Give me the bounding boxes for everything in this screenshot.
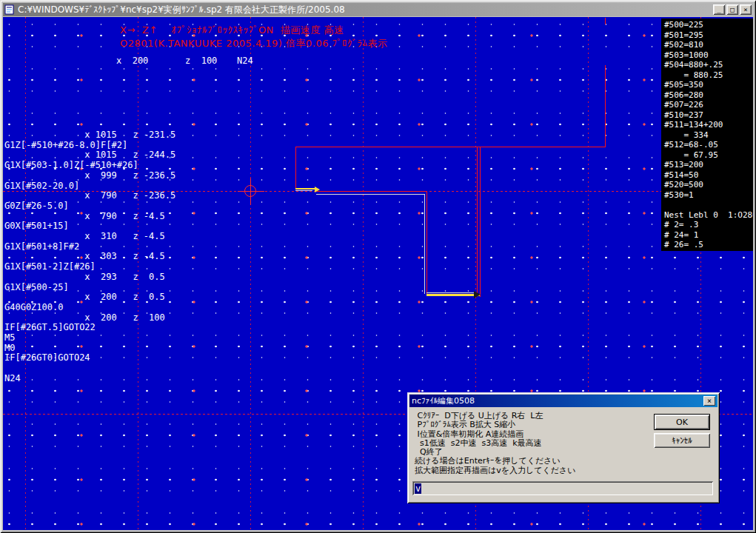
close-icon: × (707, 398, 712, 405)
maximize-button[interactable]: □ (726, 4, 738, 15)
dialog-help-text: Cｸﾘｱｰ D下げる U上げる R右 L左 Pﾌﾟﾛｸﾞﾗﾑ表示 B拡大 S縮小… (415, 412, 576, 475)
selected-text: v (415, 483, 421, 494)
maximize-icon: □ (730, 7, 734, 13)
ok-button[interactable]: OK (654, 414, 710, 430)
grid-vline (363, 17, 364, 530)
toolpath-segment (480, 147, 481, 297)
toolpath-segment (605, 18, 606, 24)
gcode-listing: x 1015 z -231.5 G1Z[-#510+#26-8.0]F[#2] … (4, 130, 175, 384)
readout-block: N24 (237, 56, 253, 66)
dialog-close-button[interactable]: × (703, 396, 715, 406)
window-title: C:¥WINDOWS¥ﾃﾞｽｸﾄｯﾌﾟ¥nc¥sp2¥実例ｻﾝﾌﾟﾙ.sp2 有… (18, 4, 712, 16)
app-icon (4, 4, 15, 15)
minimize-button[interactable]: _ (713, 4, 725, 15)
close-button[interactable]: × (740, 4, 752, 15)
variables-panel: #500=225 #501=295 #502=810 #503=1000 #50… (661, 19, 753, 251)
drawing-canvas[interactable]: X→ Z↑ ｵﾌﾟｼｮﾅﾙﾌﾞﾛｯｸｽｷｯﾌﾟON 描画速度 高速 O2801(… (3, 17, 753, 530)
status-line-program: O2801(K.TANKUUKE 2005.4.19) 倍率0.06 ﾌﾟﾛｸﾞ… (120, 37, 388, 50)
toolpath-segment (426, 191, 427, 294)
tool-marker (295, 190, 312, 191)
toolpath-segment (295, 147, 296, 190)
toolpath-segment (426, 292, 477, 293)
origin-crosshair-icon (244, 185, 256, 197)
tool-arrow-icon (474, 291, 481, 298)
toolpath-segment (477, 147, 478, 297)
minimize-icon: _ (717, 7, 720, 13)
title-bar[interactable]: C:¥WINDOWS¥ﾃﾞｽｸﾄｯﾌﾟ¥nc¥sp2¥実例ｻﾝﾌﾟﾙ.sp2 有… (3, 3, 753, 16)
grid-vline (250, 17, 251, 530)
close-icon: × (743, 7, 747, 13)
dialog-title: ncﾌｧｲﾙ編集0508 (412, 395, 703, 406)
tool-marker (295, 188, 315, 190)
toolpath-segment (424, 194, 425, 294)
toolpath-segment (316, 191, 427, 192)
dialog-title-bar[interactable]: ncﾌｧｲﾙ編集0508 × (409, 395, 717, 407)
nc-edit-dialog: ncﾌｧｲﾙ編集0508 × Cｸﾘｱｰ D下げる U上げる R右 L左 Pﾌﾟ… (407, 392, 720, 503)
command-input[interactable]: v (412, 481, 713, 495)
readout-x: x 200 (116, 56, 148, 66)
status-line-axes: X→ Z↑ ｵﾌﾟｼｮﾅﾙﾌﾞﾛｯｸｽｷｯﾌﾟON 描画速度 高速 (120, 24, 344, 37)
tool-arrow-icon (315, 187, 320, 192)
tool-marker (426, 294, 480, 296)
readout-z: z 100 (185, 56, 217, 66)
app-window: C:¥WINDOWS¥ﾃﾞｽｸﾄｯﾌﾟ¥nc¥sp2¥実例ｻﾝﾌﾟﾙ.sp2 有… (0, 0, 756, 533)
toolpath-segment (605, 65, 606, 147)
variables-listing: #500=225 #501=295 #502=810 #503=1000 #50… (661, 19, 753, 250)
toolpath-segment (316, 194, 424, 195)
toolpath-segment (295, 147, 606, 147)
cancel-button[interactable]: ｷｬﾝｾﾙ (654, 433, 710, 448)
